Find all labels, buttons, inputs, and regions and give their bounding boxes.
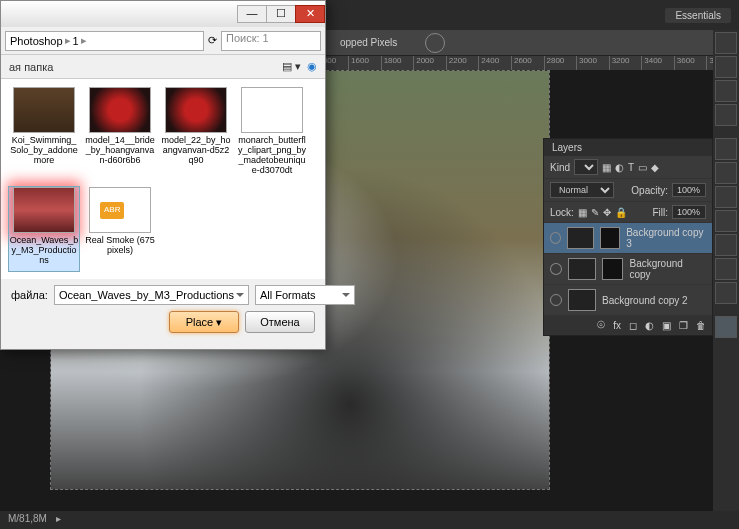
toolbar-label: ая папка <box>9 61 53 73</box>
layer-name: Background copy 2 <box>602 295 688 306</box>
layer-item[interactable]: Background copy <box>544 254 712 285</box>
new-layer-icon[interactable]: ❐ <box>679 320 688 331</box>
filter-pixel-icon[interactable]: ▦ <box>602 162 611 173</box>
thumbnail <box>89 187 151 233</box>
layer-thumb <box>568 289 596 311</box>
filename-label: файла: <box>11 289 48 301</box>
mask-icon[interactable]: ◻ <box>629 320 637 331</box>
file-label: model_14__bride_by_hoangvanvan-d60r6b6 <box>85 136 155 166</box>
workspace-switcher[interactable]: Essentials <box>665 8 731 23</box>
lock-label: Lock: <box>550 207 574 218</box>
filter-type-icon[interactable]: T <box>628 162 634 173</box>
layers-panel: Layers Kind ▦ ◐ T ▭ ◆ Normal Opacity: Lo… <box>543 138 713 336</box>
close-button[interactable]: ✕ <box>295 5 325 23</box>
properties-icon[interactable] <box>715 186 737 208</box>
styles-icon[interactable] <box>715 104 737 126</box>
reset-icon[interactable] <box>425 33 445 53</box>
fx-icon[interactable]: fx <box>613 320 621 331</box>
swatches-icon[interactable] <box>715 56 737 78</box>
visibility-icon[interactable] <box>550 294 562 306</box>
cancel-button[interactable]: Отмена <box>245 311 315 333</box>
file-label: model_22_by_hoangvanvan-d5z2q90 <box>161 136 231 166</box>
status-bar: M/81,8M ▸ <box>0 511 739 529</box>
layer-kind-filter[interactable] <box>574 159 598 175</box>
file-ocean[interactable]: Ocean_Waves_by_M3_Productions <box>9 187 79 271</box>
opacity-label: Opacity: <box>631 185 668 196</box>
search-input[interactable]: Поиск: 1 <box>221 31 321 51</box>
file-koi[interactable]: Koi_Swimming_Solo_by_addonemore <box>9 87 79 181</box>
file-label: Koi_Swimming_Solo_by_addonemore <box>9 136 79 166</box>
thumbnail <box>241 87 303 133</box>
group-icon[interactable]: ▣ <box>662 320 671 331</box>
thumbnail <box>13 187 75 233</box>
help-icon[interactable]: ◉ <box>307 60 317 73</box>
place-dialog: — ☐ ✕ Photoshop▸ 1▸ ⟳ Поиск: 1 ая папка … <box>0 0 326 350</box>
layers-icon[interactable] <box>715 316 737 338</box>
layer-thumb <box>568 258 596 280</box>
layer-item[interactable]: Background copy 2 <box>544 285 712 316</box>
filter-smart-icon[interactable]: ◆ <box>651 162 659 173</box>
right-panel-strip <box>713 30 739 529</box>
refresh-icon[interactable]: ⟳ <box>208 34 217 47</box>
lock-pixel-icon[interactable]: ✎ <box>591 207 599 218</box>
layer-thumb <box>567 227 593 249</box>
maximize-button[interactable]: ☐ <box>266 5 296 23</box>
layer-mask <box>602 258 624 280</box>
thumbnail <box>165 87 227 133</box>
fill-label: Fill: <box>652 207 668 218</box>
file-label: monarch_butterfly_clipart_png_by_madetob… <box>237 136 307 176</box>
nav-icon[interactable] <box>715 282 737 304</box>
lock-trans-icon[interactable]: ▦ <box>578 207 587 218</box>
fill-input[interactable] <box>672 205 706 219</box>
actions-icon[interactable] <box>715 162 737 184</box>
adj-icon[interactable]: ◐ <box>645 320 654 331</box>
blend-mode[interactable]: Normal <box>550 182 614 198</box>
filename-field[interactable]: Ocean_Waves_by_M3_Productions <box>54 285 249 305</box>
layer-name: Background copy 3 <box>626 227 706 249</box>
thumbnail <box>89 87 151 133</box>
opacity-input[interactable] <box>672 183 706 197</box>
visibility-icon[interactable] <box>550 263 562 275</box>
char-icon[interactable] <box>715 234 737 256</box>
option-hint: opped Pixels <box>340 37 397 48</box>
trash-icon[interactable]: 🗑 <box>696 320 706 331</box>
brush-icon[interactable] <box>715 210 737 232</box>
filter-adj-icon[interactable]: ◐ <box>615 162 624 173</box>
file-label: Ocean_Waves_by_M3_Productions <box>9 236 79 266</box>
layer-name: Background copy <box>629 258 706 280</box>
lock-pos-icon[interactable]: ✥ <box>603 207 611 218</box>
filter-combo[interactable]: All Formats <box>255 285 355 305</box>
link-icon[interactable]: ⦾ <box>597 319 605 331</box>
layer-item[interactable]: Background copy 3 <box>544 223 712 254</box>
thumbnail <box>13 87 75 133</box>
file-m14[interactable]: model_14__bride_by_hoangvanvan-d60r6b6 <box>85 87 155 181</box>
kind-label: Kind <box>550 162 570 173</box>
breadcrumb[interactable]: Photoshop▸ 1▸ <box>5 31 204 51</box>
visibility-icon[interactable] <box>550 232 561 244</box>
file-smoke[interactable]: Real Smoke (675 pixels) <box>85 187 155 271</box>
adjustments-icon[interactable] <box>715 80 737 102</box>
para-icon[interactable] <box>715 258 737 280</box>
layer-mask <box>600 227 621 249</box>
minimize-button[interactable]: — <box>237 5 267 23</box>
layers-title: Layers <box>552 142 582 153</box>
filter-shape-icon[interactable]: ▭ <box>638 162 647 173</box>
lock-all-icon[interactable]: 🔒 <box>615 207 627 218</box>
file-butter[interactable]: monarch_butterfly_clipart_png_by_madetob… <box>237 87 307 181</box>
file-grid: Koi_Swimming_Solo_by_addonemoremodel_14_… <box>1 79 325 279</box>
color-picker-icon[interactable] <box>715 32 737 54</box>
place-button[interactable]: Place ▾ <box>169 311 239 333</box>
file-label: Real Smoke (675 pixels) <box>85 236 155 256</box>
history-icon[interactable] <box>715 138 737 160</box>
file-m22[interactable]: model_22_by_hoangvanvan-d5z2q90 <box>161 87 231 181</box>
view-icon[interactable]: ▤ ▾ <box>282 60 301 73</box>
